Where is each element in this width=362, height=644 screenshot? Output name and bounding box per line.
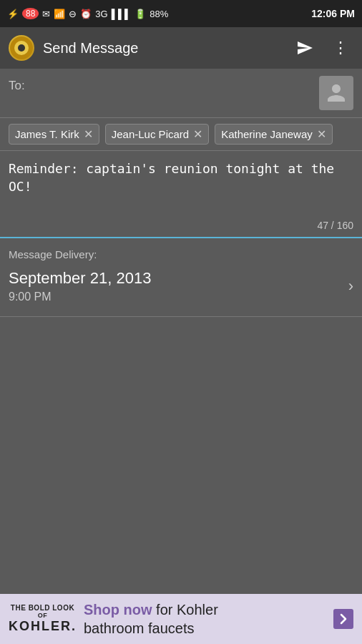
ad-shop-now: Shop now [84, 602, 152, 618]
contact-picker-button[interactable] [319, 76, 353, 110]
status-bar: ⚡ 88 ✉ 📶 ⊖ ⏰ 3G ▌▌▌ 🔋 88% 12:06 PM [0, 0, 362, 27]
delivery-label: Message Delivery: [9, 248, 353, 260]
recipients-row: James T. Kirk ✕ Jean-Luc Picard ✕ Kather… [0, 118, 362, 151]
battery-percent: 88% [150, 9, 168, 19]
to-input[interactable] [31, 76, 313, 97]
email-icon: ✉ [42, 9, 50, 19]
ad-bold-look: THE BOLD LOOK [11, 604, 74, 612]
delivery-time: 9:00 PM [9, 291, 151, 303]
alarm-icon: ⏰ [80, 9, 92, 19]
chip-remove-icon[interactable]: ✕ [193, 129, 202, 140]
delivery-date: September 21, 2013 [9, 269, 151, 288]
chip-remove-icon[interactable]: ✕ [84, 129, 93, 140]
ad-cta-button[interactable] [333, 609, 353, 629]
delivery-row[interactable]: September 21, 2013 9:00 PM › [9, 269, 353, 309]
ad-text: Shop now for Kohlerbathroom faucets [84, 600, 326, 638]
chip-katherine-janeway[interactable]: Katherine Janeway ✕ [215, 124, 333, 145]
chip-label: James T. Kirk [15, 128, 79, 140]
delivery-info: September 21, 2013 9:00 PM [9, 269, 151, 303]
message-area: Reminder: captain's reunion tonight at t… [0, 151, 362, 238]
clock: 12:06 PM [311, 8, 355, 19]
char-count: 47 / 160 [9, 217, 353, 234]
network-label: 3G [95, 9, 107, 19]
send-button[interactable] [290, 34, 319, 62]
to-row: To: [0, 69, 362, 118]
message-input[interactable]: Reminder: captain's reunion tonight at t… [9, 160, 353, 214]
notification-count: 88 [22, 8, 39, 19]
title-bar: Send Message ⋮ [0, 27, 362, 69]
signal-bars: ▌▌▌ [112, 9, 132, 19]
battery-icon: 🔋 [134, 9, 146, 19]
app-icon [9, 35, 34, 61]
ad-of: OF [38, 612, 48, 619]
ad-banner[interactable]: THE BOLD LOOK OF KOHLER. Shop now for Ko… [0, 594, 362, 644]
ad-brand: KOHLER. [9, 619, 77, 634]
chip-label: Jean-Luc Picard [112, 128, 189, 140]
to-label: To: [9, 76, 25, 93]
kohler-logo: THE BOLD LOOK OF KOHLER. [9, 604, 77, 634]
chevron-right-icon: › [348, 277, 353, 296]
status-time: 12:06 PM [311, 8, 355, 19]
chip-james-kirk[interactable]: James T. Kirk ✕ [9, 124, 99, 145]
delivery-section: Message Delivery: September 21, 2013 9:0… [0, 238, 362, 317]
status-icons: ⚡ 88 ✉ 📶 ⊖ ⏰ 3G ▌▌▌ 🔋 88% [7, 8, 168, 19]
menu-button[interactable]: ⋮ [328, 34, 353, 62]
signal-icon: 📶 [54, 9, 65, 19]
chip-remove-icon[interactable]: ✕ [317, 129, 326, 140]
chip-jean-luc-picard[interactable]: Jean-Luc Picard ✕ [105, 124, 209, 145]
minus-icon: ⊖ [69, 9, 77, 19]
chip-label: Katherine Janeway [221, 128, 313, 140]
page-title: Send Message [43, 40, 282, 57]
usb-icon: ⚡ [7, 9, 19, 19]
svg-point-2 [18, 44, 25, 52]
